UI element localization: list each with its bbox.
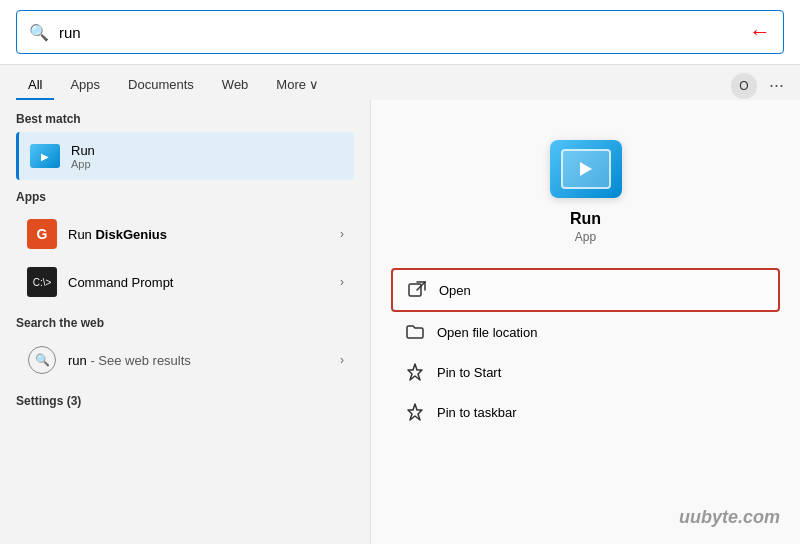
result-text: run - See web results	[68, 353, 330, 368]
search-web-icon: 🔍	[26, 344, 58, 376]
open-label: Open	[439, 283, 471, 298]
chevron-right-icon: ›	[340, 353, 344, 367]
result-name: run - See web results	[68, 353, 330, 368]
app-detail-top: Run App	[391, 120, 780, 260]
search-bar-container: 🔍 ←	[0, 0, 800, 65]
tabs-row: All Apps Documents Web More ∨ O ···	[0, 65, 800, 100]
pin-to-start-label: Pin to Start	[437, 365, 501, 380]
tab-all[interactable]: All	[16, 71, 54, 100]
tab-web[interactable]: Web	[210, 71, 261, 100]
right-panel: Run App Open	[370, 100, 800, 544]
list-item[interactable]: 🔍 run - See web results ›	[16, 336, 354, 384]
search-web-section: Search the web 🔍 run - See web results ›	[16, 316, 354, 384]
tabs-left: All Apps Documents Web More ∨	[16, 71, 331, 100]
search-icon: 🔍	[29, 23, 49, 42]
best-match-section: Best match Run App	[16, 112, 354, 180]
cortana-button[interactable]: O	[731, 73, 757, 99]
pin-to-taskbar-button[interactable]: Pin to taskbar	[391, 392, 780, 432]
result-text: Command Prompt	[68, 275, 330, 290]
tab-more[interactable]: More ∨	[264, 71, 331, 100]
apps-section: Apps G Run DiskGenius › C:\> Command Pro…	[16, 190, 354, 306]
svg-rect-0	[409, 284, 421, 296]
folder-icon	[405, 322, 425, 342]
tabs-right: O ···	[731, 73, 784, 99]
pin-icon	[405, 362, 425, 382]
result-name: Run DiskGenius	[68, 227, 330, 242]
more-options-button[interactable]: ···	[769, 75, 784, 96]
open-file-location-label: Open file location	[437, 325, 537, 340]
result-name: Command Prompt	[68, 275, 330, 290]
open-icon	[407, 280, 427, 300]
tab-apps[interactable]: Apps	[58, 71, 112, 100]
result-text: Run DiskGenius	[68, 227, 330, 242]
main-content: Best match Run App Apps G Run Disk	[0, 100, 800, 544]
apps-section-title: Apps	[16, 190, 354, 204]
pin-to-start-button[interactable]: Pin to Start	[391, 352, 780, 392]
left-panel: Best match Run App Apps G Run Disk	[0, 100, 370, 544]
list-item[interactable]: C:\> Command Prompt ›	[16, 258, 354, 306]
list-item[interactable]: Run App	[16, 132, 354, 180]
pin-to-taskbar-label: Pin to taskbar	[437, 405, 517, 420]
settings-section-title: Settings (3)	[16, 394, 354, 408]
app-detail-name: Run	[570, 210, 601, 228]
search-input[interactable]	[59, 24, 739, 41]
app-detail-type: App	[575, 230, 596, 244]
see-web-results: - See web results	[87, 353, 191, 368]
chevron-right-icon: ›	[340, 275, 344, 289]
run-app-icon	[29, 140, 61, 172]
chevron-down-icon: ∨	[309, 77, 319, 92]
actions-list: Open Open file location Pin to Start	[391, 268, 780, 432]
tab-documents[interactable]: Documents	[116, 71, 206, 100]
best-match-title: Best match	[16, 112, 354, 126]
search-bar: 🔍 ←	[16, 10, 784, 54]
red-arrow-icon: ←	[749, 19, 771, 45]
run-app-large-icon	[550, 140, 622, 198]
chevron-right-icon: ›	[340, 227, 344, 241]
open-action-button[interactable]: Open	[391, 268, 780, 312]
diskgenius-name-highlight: DiskGenius	[95, 227, 167, 242]
settings-section: Settings (3)	[16, 394, 354, 408]
taskbar-pin-icon	[405, 402, 425, 422]
diskgenius-icon: G	[26, 218, 58, 250]
cortana-icon: O	[739, 79, 748, 93]
list-item[interactable]: G Run DiskGenius ›	[16, 210, 354, 258]
watermark: uubyte.com	[679, 507, 780, 528]
open-file-location-button[interactable]: Open file location	[391, 312, 780, 352]
result-name: Run	[71, 143, 344, 158]
run-icon-inner	[561, 149, 611, 189]
arrow-indicator: ←	[749, 19, 771, 45]
cmd-icon: C:\>	[26, 266, 58, 298]
result-type: App	[71, 158, 344, 170]
result-text: Run App	[71, 143, 344, 170]
search-web-title: Search the web	[16, 316, 354, 330]
